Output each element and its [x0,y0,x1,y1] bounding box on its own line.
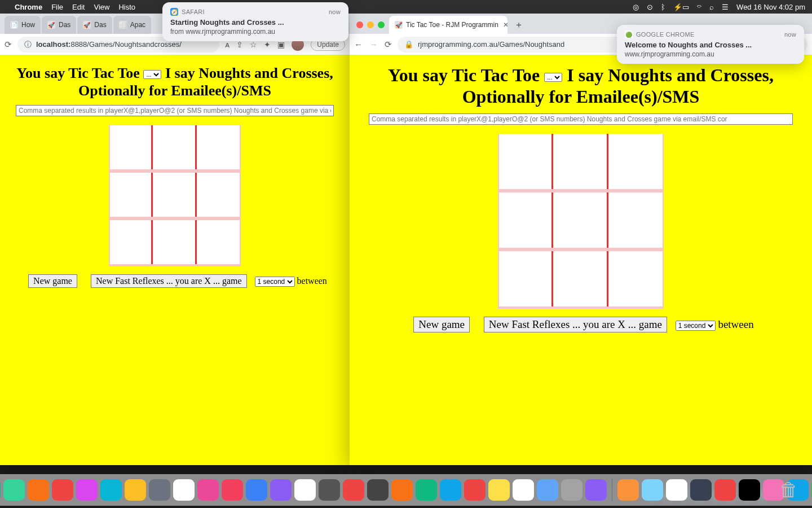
dock-app-icon[interactable] [714,479,736,501]
dock-app-icon[interactable] [617,479,639,501]
board-cell[interactable] [109,125,153,169]
wifi-icon[interactable]: ⌔ [697,3,701,11]
board-cell[interactable] [153,220,197,264]
board-cell[interactable] [498,192,553,248]
dock-app-icon[interactable] [222,479,243,501]
bluetooth-icon[interactable]: ᛒ [661,3,665,11]
dock-app-icon[interactable] [367,479,389,501]
page-body: You say Tic Tac Toe ... I say Noughts an… [0,55,350,465]
board-cell[interactable] [197,173,241,217]
notif-app: GOOGLE CHROME [636,31,695,38]
new-game-button[interactable]: New game [413,317,470,332]
game-board [109,125,241,266]
lock-icon: 🔒 [404,40,413,49]
board-cell[interactable] [608,251,664,306]
reload-icon[interactable]: ⟳ [385,40,392,50]
tab[interactable]: 📄How [5,16,41,34]
interval-select[interactable]: 1 second [676,321,716,331]
dock-app-icon[interactable] [319,479,340,501]
email-input[interactable] [369,113,793,125]
dock-app-icon[interactable] [585,479,607,501]
notification-chrome[interactable]: 🟢 GOOGLE CHROME now Welcome to Noughts a… [617,25,804,64]
board-cell[interactable] [153,125,197,169]
mode-select[interactable]: ... [544,73,562,82]
mode-select[interactable]: ... [143,70,161,79]
dock-app-icon[interactable] [690,479,712,501]
dock-app-icon[interactable] [464,479,486,501]
status-icon[interactable]: ⊙ [647,3,653,11]
dock-app-icon[interactable] [488,479,510,501]
chrome-window-left: 📄How 🚀Das 🚀Das ⬜Apac ⟳ ⓘ localhost:8888/… [0,14,350,465]
dock-app-icon[interactable] [739,479,760,501]
notification-safari[interactable]: 🧭 SAFARI now Starting Noughts and Crosse… [162,2,348,41]
dock-app-icon[interactable] [76,479,98,501]
traffic-lights[interactable] [356,21,385,28]
game-board [498,134,664,309]
board-cell[interactable] [109,220,153,264]
notif-time: now [329,8,341,15]
dock-app-icon[interactable] [513,479,534,501]
dock-app-icon[interactable] [246,479,267,501]
tab-label: Tic Tac Toe - RJM Programmin [406,21,498,29]
interval-select[interactable]: 1 second [255,277,295,287]
menubar-clock[interactable]: Wed 16 Nov 4:02 pm [736,3,805,11]
dock-app-icon[interactable] [125,479,146,501]
trash-icon[interactable]: 🗑 [777,476,801,502]
board-cell[interactable] [109,173,153,217]
board-cell[interactable] [498,134,553,189]
dock-app-icon[interactable] [28,479,49,501]
dock-app-icon[interactable] [416,479,437,501]
dock-app-icon[interactable] [440,479,461,501]
board-cell[interactable] [197,125,241,169]
board-cell[interactable] [498,251,553,306]
forward-icon[interactable]: → [369,40,378,50]
safari-icon: 🧭 [170,8,178,16]
dock-app-icon[interactable] [270,479,292,501]
tab-active[interactable]: 🚀 Tic Tac Toe - RJM Programmin ✕ [389,16,508,34]
dock-app-icon[interactable] [642,479,663,501]
menu-edit[interactable]: Edit [72,3,85,11]
control-center-icon[interactable]: ☰ [722,3,729,11]
dock-app-icon[interactable] [173,479,195,501]
dock-app-icon[interactable] [52,479,73,501]
dock-app-icon[interactable] [561,479,582,501]
menu-history[interactable]: Histo [118,3,135,11]
fast-reflexes-button[interactable]: New Fast Reflexes ... you are X ... game [91,274,247,288]
tab[interactable]: 🚀Das [77,16,112,34]
dock-app-icon[interactable] [391,479,413,501]
board-cell[interactable] [608,192,664,248]
menu-view[interactable]: View [94,3,109,11]
menu-file[interactable]: File [51,3,63,11]
dock-app-icon[interactable] [149,479,170,501]
notif-time: now [784,31,796,38]
status-icon[interactable]: ◎ [633,3,639,11]
reload-icon[interactable]: ⟳ [5,40,12,50]
email-input[interactable] [16,105,334,116]
fast-reflexes-button[interactable]: New Fast Reflexes ... you are X ... game [484,317,667,332]
spotlight-icon[interactable]: ⌕ [709,3,714,11]
new-game-button[interactable]: New game [28,274,77,288]
controls: New game New Fast Reflexes ... you are X… [6,274,344,288]
dock-app-icon[interactable] [537,479,558,501]
dock-app-icon[interactable] [666,479,687,501]
dock-app-icon[interactable] [294,479,316,501]
board-cell[interactable] [197,220,241,264]
dock-app-icon[interactable] [343,479,364,501]
close-tab-icon[interactable]: ✕ [503,21,508,29]
board-cell[interactable] [553,192,608,248]
board-cell[interactable] [553,134,608,189]
back-icon[interactable]: ← [354,40,363,50]
info-icon: ⓘ [24,40,32,50]
dock-app-icon[interactable] [3,479,25,501]
tab[interactable]: 🚀Das [42,16,76,34]
tab[interactable]: ⬜Apac [113,16,151,34]
dock-app-icon[interactable] [0,479,1,501]
board-cell[interactable] [608,134,664,189]
menubar-app[interactable]: Chrome [15,3,42,11]
dock-app-icon[interactable] [197,479,219,501]
new-tab-button[interactable]: ＋ [511,17,527,33]
board-cell[interactable] [153,173,197,217]
battery-icon[interactable]: ⚡▭ [673,3,689,11]
board-cell[interactable] [553,251,608,306]
dock-app-icon[interactable] [100,479,122,501]
